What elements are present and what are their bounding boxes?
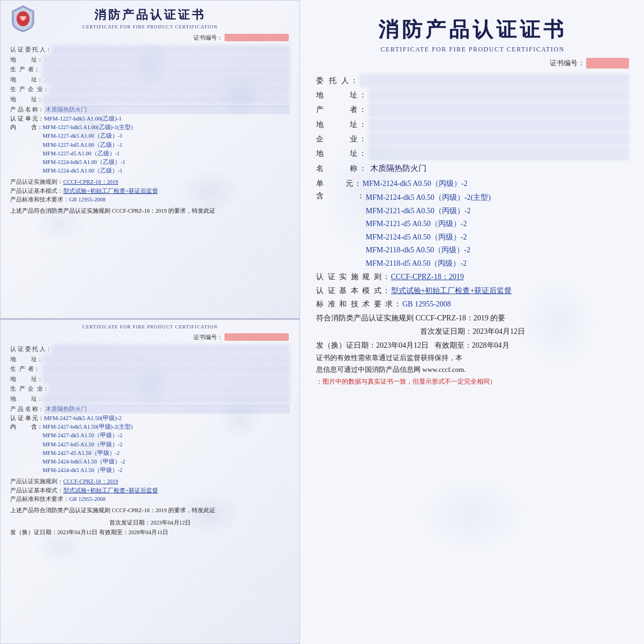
cert-no-row-2: 证书编号： — [1, 331, 299, 345]
card-header-1: 消防产品认证证书 CERTIFICATE FOR FIRE PRODUCT CE… — [1, 1, 299, 32]
right-title-cn: 消防产品认证证书 — [316, 16, 629, 43]
right-field-entruster: 委 托 人： — [316, 74, 629, 87]
cert-no-row-1: 证书编号： — [1, 32, 299, 45]
right-cert-no-val — [586, 58, 629, 69]
right-validity-note2: 息信息可通过中国消防产品信息网 www.cccf.com. — [316, 364, 629, 376]
bottom-info-1: 产品认证实施规则：CCCF-CPRZ-18：2019 产品认证基本模式：型式试验… — [1, 176, 299, 206]
title-en-1: CERTIFICATE FOR FIRE PRODUCT CERTIFICATI… — [83, 24, 218, 29]
bottom-info-2: 产品认证实施规则：CCCF-CPRZ-18：2019 产品认证基本模式：型式试验… — [1, 475, 299, 505]
right-comply-text: 符合消防类产品认证实施规则 CCCF-CPRZ-18：2019 的要 — [316, 312, 629, 325]
right-panel: 消防产品认证证书 CERTIFICATE FOR FIRE PRODUCT CE… — [300, 0, 644, 644]
title-en-2: CERTIFICATE FOR FIRE PRODUCT CERTIFICATI… — [1, 320, 299, 331]
right-product-name: 名 称： 木质隔热防火门 — [316, 161, 629, 176]
inner-section-2: 内 含： MFM-2427-bdk5 A1.50(甲级)-2(主型) MFM-2… — [1, 423, 299, 475]
right-title-en: CERTIFICATE FOR FIRE PRODUCT CERTIFICATI… — [316, 46, 629, 54]
cert-no-label-2: 证书编号： — [193, 334, 223, 340]
right-field-addr3: 地 址： — [316, 147, 629, 160]
right-inner-section: 含 ： MFM-2124-dk5 A0.50（丙级）-2(主型) MFM-212… — [316, 191, 629, 270]
left-panel: 消防产品认证证书 CERTIFICATE FOR FIRE PRODUCT CE… — [0, 0, 300, 644]
info-section-1: 认 证 委 托 人： 地 址： 生 产 者： 地 址： — [1, 45, 299, 123]
right-cert-unit: 单 元： MFM-2124-dk5 A0.50（丙级）-2 — [316, 177, 629, 190]
title-block-1: 消防产品认证证书 CERTIFICATE FOR FIRE PRODUCT CE… — [83, 7, 218, 29]
right-cert-rule: 认 证 实 施 规 则：CCCF-CPRZ-18：2019 — [316, 270, 629, 283]
cert-no-label-1: 证书编号： — [193, 34, 223, 41]
comply-text-1: 上述产品符合消防类产品认证实施规则 CCCF-CPRZ-18：2019 的要求，… — [1, 206, 299, 216]
right-cert-no: 证书编号： — [316, 58, 629, 69]
right-issue-date: 发（换）证日期：2023年04月12日 有效期至：2028年04月 — [316, 339, 629, 352]
cert-card-1: 消防产品认证证书 CERTIFICATE FOR FIRE PRODUCT CE… — [0, 0, 300, 319]
first-cert-date-2: 首次发证日期：2023年04月12日 — [1, 518, 299, 528]
right-cert-mode: 认 证 基 本 模 式：型式试验+初始工厂检查+获证后监督 — [316, 284, 629, 297]
right-field-addr2: 地 址： — [316, 118, 629, 131]
cert-card-2: CERTIFICATE FOR FIRE PRODUCT CERTIFICATI… — [0, 319, 300, 644]
right-field-enterprise: 企 业： — [316, 132, 629, 146]
issue-date-2: 发（换）证日期：2023年04月12日 有效期至：2028年04月11日 — [1, 528, 299, 537]
right-field-addr1: 地 址： — [316, 88, 629, 102]
right-first-date: 首次发证日期：2023年04月12日 — [316, 327, 629, 336]
cert-no-value-2 — [224, 333, 289, 341]
title-cn-1: 消防产品认证证书 — [83, 7, 218, 23]
right-validity-note: 证书的有效性需依靠通过证后监督获得保持，本 — [316, 352, 629, 364]
cert-logo-1 — [10, 5, 36, 33]
inner-section-1: 内 含： MFM-1227-bdk5 A1.00(乙级)-1(主型) MFM-1… — [1, 123, 299, 176]
right-red-note: ：图片中的数据与真实证书一致，但显示形式不一定完全相同） — [316, 377, 629, 387]
comply-text-2: 上述产品符合消防类产品认证实施规则 CCCF-CPRZ-18：2019 的要求，… — [1, 505, 299, 516]
right-field-producer: 产 者： — [316, 103, 629, 116]
right-std: 标 准 和 技 术 要 求：GB 12955-2008 — [316, 297, 629, 311]
cert-no-value-1 — [224, 34, 289, 41]
info-section-2: 认 证 委 托 人： 地 址： 生 产 者： 地 址： — [1, 345, 299, 422]
